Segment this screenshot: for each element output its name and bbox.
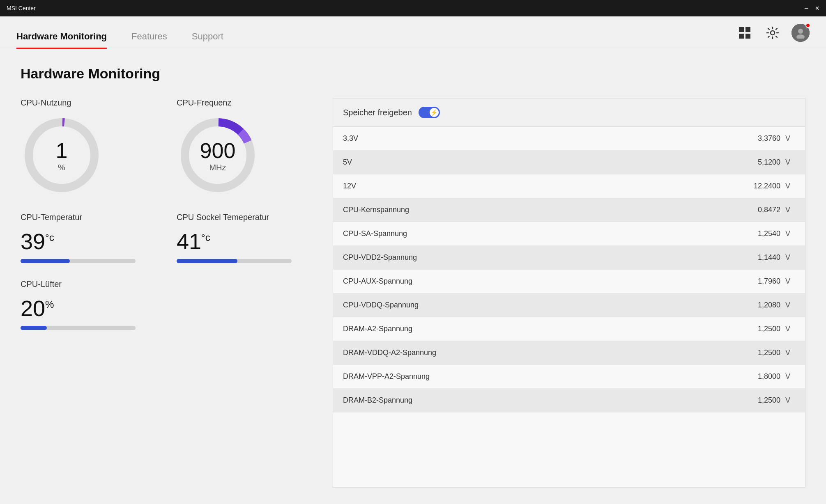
voltage-row: 5V 5,1200 V [333,151,805,174]
cpu-fan-bar-bg [21,326,136,330]
tab-support[interactable]: Support [192,31,223,49]
nav-actions [736,24,810,42]
voltage-unit: V [785,301,795,309]
voltage-value: 0,8472 [748,206,780,214]
voltage-panel-header: Speicher freigeben ⚡ [333,99,805,127]
grid-view-button[interactable] [736,24,754,42]
cpu-freq-value: 900 MHz [200,138,236,172]
voltage-name: DRAM-VPP-A2-Spannung [343,372,748,381]
memory-release-toggle[interactable]: ⚡ [419,107,440,118]
voltage-value: 1,8000 [748,372,780,381]
nav-tabs: Hardware Monitoring Features Support [16,16,223,49]
cpu-usage-value: 1 % [56,138,68,172]
voltage-unit: V [785,396,795,405]
voltage-unit: V [785,182,795,190]
voltage-name: DRAM-VDDQ-A2-Spannung [343,348,748,357]
window-controls: − × [804,5,819,12]
title-bar: MSI Center − × [0,0,826,16]
notification-dot [805,23,810,28]
voltage-value: 1,2540 [748,229,780,238]
voltage-value: 1,2500 [748,348,780,357]
voltage-value: 1,2500 [748,396,780,405]
cpu-freq-gauge: 900 MHz [177,114,259,196]
voltage-name: CPU-VDDQ-Spannung [343,301,748,309]
settings-button[interactable] [764,24,782,42]
svg-rect-1 [745,27,750,32]
cpu-temp-bar-bg [21,259,136,263]
voltage-value: 1,2080 [748,301,780,309]
voltage-row: DRAM-VDDQ-A2-Spannung 1,2500 V [333,341,805,365]
right-panel: Speicher freigeben ⚡ 3,3V 3,3760 V 5V 5,… [333,98,805,488]
voltage-name: CPU-AUX-Spannung [343,277,748,286]
cpu-temp-bar-fill [21,259,70,263]
svg-point-4 [771,31,775,35]
nav-bar: Hardware Monitoring Features Support [0,16,826,49]
voltage-name: CPU-VDD2-Spannung [343,253,748,262]
socket-temp-bar-bg [177,259,292,263]
avatar[interactable] [791,24,810,42]
cpu-fan-block: CPU-Lüfter 20 % [21,279,308,330]
tab-features[interactable]: Features [131,31,167,49]
voltage-name: CPU-SA-Spannung [343,229,748,238]
voltage-unit: V [785,325,795,333]
voltage-row: CPU-VDD2-Spannung 1,1440 V [333,246,805,270]
voltage-unit: V [785,253,795,262]
voltage-value: 3,3760 [748,134,780,143]
gauges-row: CPU-Nutzung 1 % [21,98,308,196]
cpu-temp-block: CPU-Temperatur 39 °c [21,213,152,263]
voltage-name: DRAM-A2-Spannung [343,325,748,333]
voltage-row: DRAM-B2-Spannung 1,2500 V [333,389,805,412]
cpu-usage-block: CPU-Nutzung 1 % [21,98,152,196]
voltage-row: 12V 12,2400 V [333,174,805,198]
toggle-knob: ⚡ [430,108,439,117]
voltage-row: CPU-Kernspannung 0,8472 V [333,198,805,222]
voltage-panel-title: Speicher freigeben [343,108,412,117]
main-content: CPU-Nutzung 1 % [21,98,805,488]
voltage-unit: V [785,348,795,357]
cpu-fan-value: 20 % [21,296,308,321]
voltage-value: 1,7960 [748,277,780,286]
voltage-row: CPU-VDDQ-Spannung 1,2080 V [333,293,805,317]
cpu-usage-gauge: 1 % [21,114,103,196]
close-button[interactable]: × [815,5,819,12]
page-title: Hardware Monitoring [21,66,805,82]
socket-temp-bar-fill [177,259,237,263]
cpu-temp-value: 39 °c [21,229,152,254]
voltage-value: 1,2500 [748,325,780,333]
minimize-button[interactable]: − [804,5,809,12]
voltage-name: CPU-Kernspannung [343,206,748,214]
voltage-unit: V [785,372,795,381]
cpu-temp-label: CPU-Temperatur [21,213,152,222]
socket-temp-block: CPU Sockel Temeperatur 41 °c [177,213,308,263]
svg-rect-0 [739,27,744,32]
cpu-fan-label: CPU-Lüfter [21,279,308,289]
voltage-value: 5,1200 [748,158,780,167]
socket-temp-label: CPU Sockel Temeperatur [177,213,308,222]
voltage-row: CPU-SA-Spannung 1,2540 V [333,222,805,246]
voltage-name: 5V [343,158,748,167]
voltage-unit: V [785,206,795,214]
voltage-name: 3,3V [343,134,748,143]
voltage-value: 1,1440 [748,253,780,262]
voltage-unit: V [785,134,795,143]
cpu-fan-bar-fill [21,326,47,330]
svg-rect-2 [739,34,744,39]
content-area: Hardware Monitoring CPU-Nutzung [0,49,826,504]
voltage-unit: V [785,158,795,167]
svg-rect-3 [745,34,750,39]
cpu-freq-block: CPU-Frequenz 900 MHz [177,98,308,196]
voltage-table: 3,3V 3,3760 V 5V 5,1200 V 12V 12,2400 V … [333,127,805,412]
voltage-row: CPU-AUX-Spannung 1,7960 V [333,270,805,293]
voltage-row: DRAM-VPP-A2-Spannung 1,8000 V [333,365,805,389]
svg-point-5 [798,29,803,34]
voltage-row: 3,3V 3,3760 V [333,127,805,151]
voltage-value: 12,2400 [748,182,780,190]
socket-temp-value: 41 °c [177,229,308,254]
cpu-usage-label: CPU-Nutzung [21,98,152,108]
app-title: MSI Center [7,5,36,11]
left-panel: CPU-Nutzung 1 % [21,98,308,488]
voltage-unit: V [785,229,795,238]
temp-row: CPU-Temperatur 39 °c CPU Sockel Temepera… [21,213,308,263]
tab-hardware-monitoring[interactable]: Hardware Monitoring [16,31,107,49]
voltage-name: DRAM-B2-Spannung [343,396,748,405]
